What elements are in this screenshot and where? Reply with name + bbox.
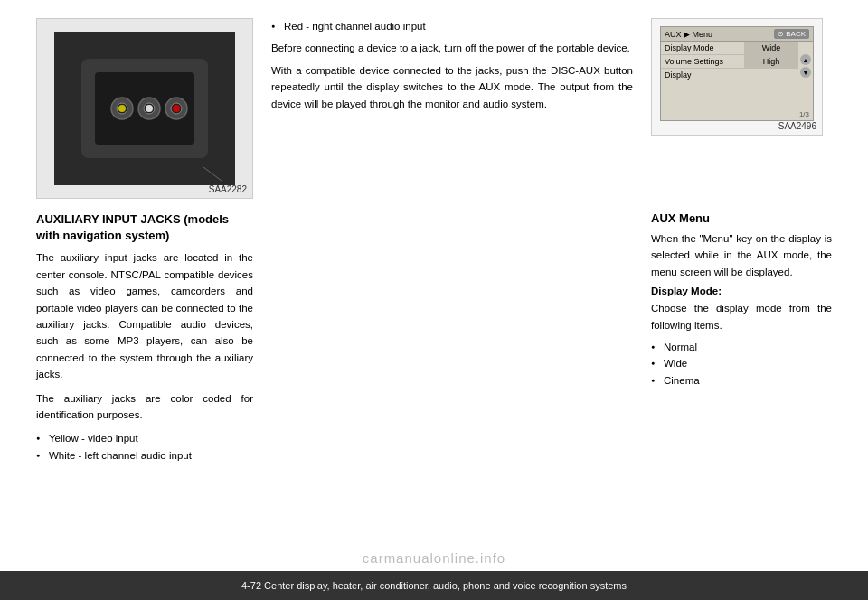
watermark: carmanualonline.info [363,550,505,566]
aux-screen: AUX ▶ Menu ⊙ BACK Display Mode Wide Volu… [660,26,814,121]
aux-row-volume: Volume Settings High [661,55,798,69]
aux-menu-para1: When the "Menu" key on the display is se… [651,230,832,280]
top-left: SAA2282 [36,18,253,208]
auxiliary-heading: AUXILIARY INPUT JACKS (models with navig… [36,211,253,244]
auxiliary-para1: The auxiliary input jacks are located in… [36,249,253,382]
bullet-cinema: Cinema [651,372,832,389]
display-box: AUX ▶ Menu ⊙ BACK Display Mode Wide Volu… [651,18,823,136]
bottom-left: AUXILIARY INPUT JACKS (models with navig… [36,211,253,471]
display-mode-label: Display Mode [661,42,744,54]
svg-point-10 [146,105,153,112]
page: SAA2282 Red - right channel audio input … [0,0,868,600]
car-image-box: SAA2282 [36,18,253,199]
car-image-svg [54,32,235,185]
center-col-top: Red - right channel audio input Before c… [271,18,633,112]
red-channel-bullet: Red - right channel audio input [271,18,633,34]
display-mode-para2: Choose the display mode from the followi… [651,300,832,333]
bullet-wide: Wide [651,355,832,371]
aux-row-display-mode: Display Mode Wide [661,42,798,55]
nav-down-btn: ▼ [800,67,811,78]
bullet-normal: Normal [651,339,832,355]
volume-settings-label: Volume Settings [661,55,744,68]
display-label: Display [665,70,692,80]
top-center: Red - right channel audio input Before c… [271,18,633,208]
bottom-center [271,211,633,471]
footer-text: 4-72 Center display, heater, air conditi… [241,580,627,591]
car-image-inner [37,19,252,198]
nav-up-btn: ▲ [800,54,811,65]
aux-header-left: AUX ▶ Menu [665,30,712,39]
aux-screen-header: AUX ▶ Menu ⊙ BACK [661,27,813,42]
compatible-device-para: With a compatible device connected to th… [271,62,633,112]
bullet-yellow: Yellow - video input [36,430,253,446]
display-mode-subheading: Display Mode: [651,286,832,296]
aux-back-btn: ⊙ BACK [774,29,809,39]
volume-settings-value: High [744,55,798,68]
aux-nav-btns: ▲ ▼ [800,54,811,78]
auxiliary-bullets: Yellow - video input White - left channe… [36,430,253,464]
bullet-white: White - left channel audio input [36,447,253,464]
svg-point-9 [118,105,126,112]
display-mode-value: Wide [744,42,798,54]
svg-point-11 [173,105,180,112]
top-area: SAA2282 Red - right channel audio input … [36,18,832,208]
display-mode-bullets: Normal Wide Cinema [651,339,832,389]
top-right: AUX ▶ Menu ⊙ BACK Display Mode Wide Volu… [651,18,832,208]
aux-page-indicator: 1/3 [799,110,809,118]
aux-menu-heading: AUX Menu [651,211,832,225]
top-image-label: SAA2282 [209,184,247,194]
aux-row-display: Display [661,69,798,81]
auxiliary-para2: The auxiliary jacks are color coded for … [36,390,253,424]
bottom-area: AUXILIARY INPUT JACKS (models with navig… [36,211,832,471]
footer-bar: 4-72 Center display, heater, air conditi… [0,571,868,600]
before-connecting-para: Before connecting a device to a jack, tu… [271,40,633,56]
right-image-label: SAA2496 [778,121,816,131]
bottom-right: AUX Menu When the "Menu" key on the disp… [651,211,832,471]
